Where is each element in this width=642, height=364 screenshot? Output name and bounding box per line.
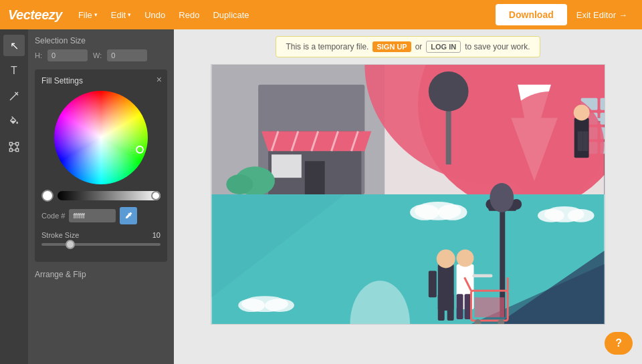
brand-logo: Vecteezy <box>8 7 62 23</box>
svg-rect-24 <box>601 113 605 125</box>
svg-rect-22 <box>601 98 605 110</box>
color-code-row: Code # <box>41 207 160 224</box>
color-wheel-cursor <box>136 146 144 154</box>
svg-rect-3 <box>16 142 19 145</box>
illustration-canvas[interactable] <box>211 64 605 325</box>
arrange-section: Arrange & Flip <box>35 270 167 279</box>
temp-file-banner: This is a temporary file. SIGN UP or LOG… <box>276 36 540 57</box>
stroke-size-value: 10 <box>152 231 160 239</box>
svg-point-63 <box>490 183 514 212</box>
stroke-row: Stroke Size 10 <box>41 231 160 239</box>
svg-rect-4 <box>9 149 12 152</box>
stroke-thumb <box>66 240 75 249</box>
width-label: W: <box>93 51 102 59</box>
question-icon: ? <box>615 337 622 349</box>
pen-tool[interactable] <box>3 85 25 107</box>
brightness-thumb <box>151 191 160 200</box>
color-code-label: Code # <box>41 212 65 220</box>
svg-point-38 <box>226 174 253 194</box>
log-in-link[interactable]: LOG IN <box>426 41 461 53</box>
chevron-down-icon: ▾ <box>128 11 131 18</box>
height-label: H: <box>35 51 42 59</box>
exit-editor-button[interactable]: Exit Editor → <box>570 7 634 23</box>
selection-size-label: Selection Size <box>35 36 167 45</box>
left-panel: Selection Size H: W: Fill Settings × <box>28 29 174 364</box>
width-input[interactable] <box>107 49 147 61</box>
brightness-row <box>41 190 160 202</box>
select-tool[interactable]: ↖ <box>3 35 25 56</box>
fill-settings-box: Fill Settings × Code # <box>35 69 167 262</box>
color-wheel[interactable] <box>54 91 148 184</box>
svg-point-66 <box>437 250 455 268</box>
duplicate-button[interactable]: Duplicate <box>207 7 254 23</box>
svg-point-71 <box>457 250 474 267</box>
color-swatch <box>41 190 54 202</box>
svg-rect-69 <box>429 270 437 297</box>
fill-settings-title: Fill Settings <box>41 76 160 85</box>
svg-rect-68 <box>447 294 454 321</box>
svg-point-55 <box>568 209 595 222</box>
redo-button[interactable]: Redo <box>173 7 205 23</box>
stroke-slider[interactable] <box>41 243 160 246</box>
svg-rect-72 <box>457 294 463 319</box>
arrange-flip-label: Arrange & Flip <box>35 270 167 279</box>
download-button[interactable]: Download <box>496 4 567 25</box>
svg-rect-44 <box>578 131 583 151</box>
svg-rect-5 <box>16 149 19 152</box>
svg-point-52 <box>438 204 467 220</box>
svg-point-54 <box>538 209 564 222</box>
svg-point-58 <box>265 299 294 312</box>
main-area: ↖ T Selection Size H: W: <box>0 29 642 364</box>
svg-point-43 <box>574 105 590 121</box>
file-menu[interactable]: File ▾ <box>73 7 103 23</box>
stroke-size-label: Stroke Size <box>41 231 79 239</box>
navbar: Vecteezy File ▾ Edit ▾ Undo Redo Duplica… <box>0 0 642 29</box>
close-fill-settings-button[interactable]: × <box>156 75 162 84</box>
svg-rect-2 <box>9 142 12 145</box>
save-label: to save your work. <box>465 42 530 51</box>
temp-message: This is a temporary file. <box>286 42 368 51</box>
svg-point-51 <box>410 204 439 220</box>
svg-rect-45 <box>583 131 588 151</box>
svg-point-57 <box>238 299 265 312</box>
svg-rect-35 <box>305 161 325 194</box>
color-code-input[interactable] <box>69 209 116 222</box>
text-tool[interactable]: T <box>3 60 25 81</box>
node-tool[interactable] <box>3 136 25 158</box>
color-wheel-container <box>41 91 160 184</box>
help-button[interactable]: ? <box>605 332 633 355</box>
canvas-area: This is a temporary file. SIGN UP or LOG… <box>174 29 642 364</box>
edit-menu[interactable]: Edit ▾ <box>106 7 136 23</box>
svg-rect-67 <box>438 294 445 321</box>
toolbar: ↖ T <box>0 29 28 364</box>
svg-point-40 <box>429 71 469 112</box>
eyedropper-button[interactable] <box>120 207 137 224</box>
svg-rect-74 <box>473 274 493 277</box>
chevron-down-icon: ▾ <box>94 11 98 18</box>
svg-rect-36 <box>272 154 302 178</box>
or-label: or <box>415 42 423 51</box>
sign-up-link[interactable]: SIGN UP <box>372 41 411 52</box>
height-input[interactable] <box>47 49 88 61</box>
size-row: H: W: <box>35 49 167 61</box>
fill-tool[interactable] <box>3 111 25 132</box>
undo-button[interactable]: Undo <box>139 7 171 23</box>
svg-rect-76 <box>474 297 504 317</box>
brightness-slider[interactable] <box>58 191 160 200</box>
arrow-right-icon: → <box>619 10 627 20</box>
